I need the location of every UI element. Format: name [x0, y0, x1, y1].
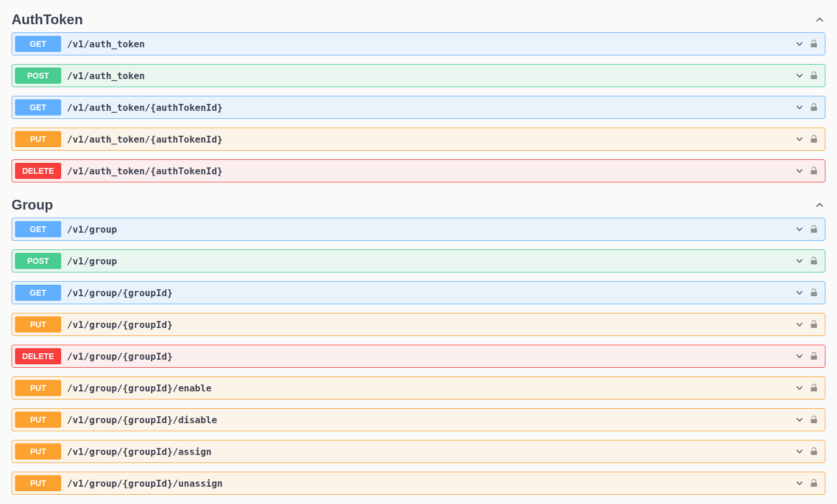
lock-open-icon[interactable]: [809, 351, 819, 361]
operation-actions: [794, 224, 822, 234]
operation-path: /v1/auth_token/{authTokenId}: [61, 166, 794, 177]
api-endpoints: AuthTokenGET/v1/auth_tokenPOST/v1/auth_t…: [12, 6, 825, 495]
api-operation[interactable]: PUT/v1/group/{groupId}/enable: [12, 376, 825, 400]
lock-open-icon[interactable]: [809, 319, 819, 330]
method-badge: PUT: [15, 475, 61, 491]
api-operation[interactable]: GET/v1/auth_token/{authTokenId}: [12, 96, 825, 119]
operation-actions: [794, 39, 822, 49]
chevron-down-icon[interactable]: [794, 166, 805, 176]
operation-path: /v1/group/{groupId}/assign: [61, 446, 794, 457]
lock-open-icon[interactable]: [809, 288, 819, 298]
operation-actions: [794, 70, 822, 81]
lock-open-icon[interactable]: [809, 383, 819, 393]
section-title: Group: [12, 197, 53, 213]
chevron-down-icon[interactable]: [794, 102, 805, 113]
api-operation[interactable]: PUT/v1/group/{groupId}: [12, 313, 825, 336]
api-operation[interactable]: DELETE/v1/group/{groupId}: [12, 345, 825, 368]
operation-path: /v1/group/{groupId}: [61, 288, 794, 298]
chevron-down-icon[interactable]: [794, 351, 805, 361]
lock-open-icon[interactable]: [809, 39, 819, 49]
chevron-down-icon[interactable]: [794, 288, 805, 298]
api-operation[interactable]: GET/v1/auth_token: [12, 32, 825, 55]
section-title: AuthToken: [12, 12, 83, 28]
method-badge: GET: [15, 285, 61, 301]
chevron-down-icon[interactable]: [794, 446, 805, 457]
operation-path: /v1/auth_token/{authTokenId}: [61, 102, 794, 113]
api-operation[interactable]: PUT/v1/group/{groupId}/disable: [12, 408, 825, 431]
operation-path: /v1/auth_token: [61, 39, 794, 50]
api-operation[interactable]: PUT/v1/group/{groupId}/unassign: [12, 472, 825, 495]
api-operation[interactable]: GET/v1/group: [12, 218, 825, 241]
lock-open-icon[interactable]: [809, 478, 819, 488]
operation-path: /v1/auth_token: [61, 70, 794, 81]
api-operation[interactable]: POST/v1/group: [12, 249, 825, 272]
lock-open-icon[interactable]: [809, 134, 819, 144]
method-badge: DELETE: [15, 163, 61, 179]
operation-actions: [794, 134, 822, 144]
chevron-down-icon[interactable]: [794, 383, 805, 393]
chevron-down-icon[interactable]: [794, 256, 805, 266]
operation-path: /v1/group/{groupId}/unassign: [61, 478, 794, 489]
chevron-down-icon[interactable]: [794, 134, 805, 144]
operation-path: /v1/group/{groupId}: [61, 351, 794, 362]
lock-open-icon[interactable]: [809, 415, 819, 425]
chevron-down-icon[interactable]: [794, 319, 805, 330]
operation-actions: [794, 351, 822, 361]
api-operation[interactable]: POST/v1/auth_token: [12, 64, 825, 87]
method-badge: POST: [15, 253, 61, 269]
operation-actions: [794, 166, 822, 176]
method-badge: PUT: [15, 412, 61, 428]
operation-actions: [794, 256, 822, 266]
section-header[interactable]: AuthToken: [12, 6, 825, 32]
chevron-down-icon[interactable]: [794, 478, 805, 488]
method-badge: GET: [15, 221, 61, 237]
lock-open-icon[interactable]: [809, 102, 819, 113]
lock-open-icon[interactable]: [809, 224, 819, 234]
operation-actions: [794, 415, 822, 425]
lock-open-icon[interactable]: [809, 70, 819, 81]
api-operation[interactable]: DELETE/v1/auth_token/{authTokenId}: [12, 159, 825, 182]
operation-path: /v1/group: [61, 224, 794, 235]
chevron-down-icon[interactable]: [794, 70, 805, 81]
method-badge: PUT: [15, 443, 61, 460]
method-badge: PUT: [15, 316, 61, 333]
method-badge: POST: [15, 68, 61, 84]
operation-actions: [794, 319, 822, 330]
operation-actions: [794, 102, 822, 113]
chevron-down-icon[interactable]: [794, 39, 805, 49]
method-badge: GET: [15, 99, 61, 115]
operation-path: /v1/group/{groupId}/enable: [61, 383, 794, 394]
lock-open-icon[interactable]: [809, 256, 819, 266]
api-operation[interactable]: GET/v1/group/{groupId}: [12, 281, 825, 304]
operation-path: /v1/auth_token/{authTokenId}: [61, 134, 794, 145]
operation-actions: [794, 446, 822, 457]
operation-actions: [794, 383, 822, 393]
method-badge: PUT: [15, 131, 61, 147]
lock-open-icon[interactable]: [809, 166, 819, 176]
chevron-down-icon[interactable]: [794, 224, 805, 234]
chevron-up-icon[interactable]: [814, 199, 825, 211]
section-header[interactable]: Group: [12, 191, 825, 218]
method-badge: PUT: [15, 380, 61, 396]
api-operation[interactable]: PUT/v1/auth_token/{authTokenId}: [12, 128, 825, 151]
method-badge: DELETE: [15, 348, 61, 364]
api-operation[interactable]: PUT/v1/group/{groupId}/assign: [12, 440, 825, 463]
chevron-up-icon[interactable]: [814, 14, 825, 25]
operation-path: /v1/group/{groupId}/disable: [61, 415, 794, 425]
lock-open-icon[interactable]: [809, 446, 819, 457]
operation-actions: [794, 288, 822, 298]
method-badge: GET: [15, 36, 61, 52]
chevron-down-icon[interactable]: [794, 415, 805, 425]
operation-path: /v1/group/{groupId}: [61, 319, 794, 330]
operation-actions: [794, 478, 822, 488]
operation-path: /v1/group: [61, 256, 794, 267]
